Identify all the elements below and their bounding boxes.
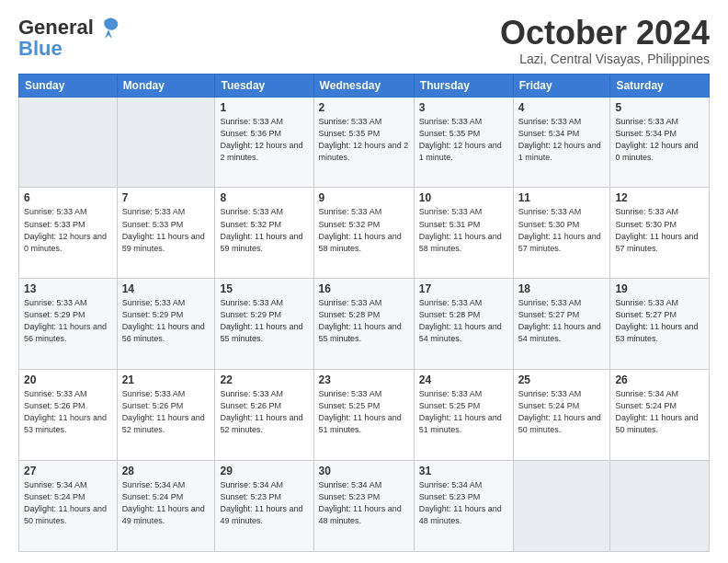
day-cell: 18Sunrise: 5:33 AMSunset: 5:27 PMDayligh…	[513, 279, 610, 370]
day-detail: Sunrise: 5:33 AMSunset: 5:36 PMDaylight:…	[220, 116, 308, 164]
day-number: 30	[319, 465, 409, 477]
day-number: 26	[615, 373, 704, 386]
col-tuesday: Tuesday	[215, 74, 313, 97]
day-detail: Sunrise: 5:34 AMSunset: 5:24 PMDaylight:…	[122, 479, 210, 527]
day-cell: 9Sunrise: 5:33 AMSunset: 5:32 PMDaylight…	[313, 188, 414, 279]
location: Lazi, Central Visayas, Philippines	[500, 52, 710, 66]
day-cell: 30Sunrise: 5:34 AMSunset: 5:23 PMDayligh…	[313, 461, 414, 552]
day-number: 20	[24, 373, 112, 386]
day-cell	[19, 97, 118, 188]
day-detail: Sunrise: 5:33 AMSunset: 5:29 PMDaylight:…	[220, 297, 308, 345]
day-detail: Sunrise: 5:33 AMSunset: 5:25 PMDaylight:…	[419, 388, 508, 436]
day-detail: Sunrise: 5:33 AMSunset: 5:30 PMDaylight:…	[518, 206, 606, 254]
col-wednesday: Wednesday	[313, 74, 414, 97]
day-cell: 17Sunrise: 5:33 AMSunset: 5:28 PMDayligh…	[414, 279, 513, 370]
day-cell: 20Sunrise: 5:33 AMSunset: 5:26 PMDayligh…	[19, 370, 118, 461]
day-detail: Sunrise: 5:33 AMSunset: 5:34 PMDaylight:…	[518, 116, 606, 164]
day-number: 17	[419, 282, 508, 295]
day-number: 27	[24, 465, 112, 477]
day-detail: Sunrise: 5:33 AMSunset: 5:29 PMDaylight:…	[24, 297, 112, 345]
day-number: 22	[220, 373, 308, 386]
day-detail: Sunrise: 5:33 AMSunset: 5:35 PMDaylight:…	[319, 116, 409, 164]
day-cell	[610, 461, 710, 552]
day-detail: Sunrise: 5:33 AMSunset: 5:29 PMDaylight:…	[122, 297, 210, 345]
day-number: 3	[419, 101, 508, 114]
week-row-2: 6Sunrise: 5:33 AMSunset: 5:33 PMDaylight…	[19, 188, 710, 279]
day-number: 1	[220, 101, 308, 114]
day-cell: 19Sunrise: 5:33 AMSunset: 5:27 PMDayligh…	[610, 279, 710, 370]
day-number: 16	[319, 282, 409, 295]
day-number: 25	[518, 373, 606, 386]
day-number: 13	[24, 282, 112, 295]
day-number: 19	[615, 282, 704, 295]
day-cell: 21Sunrise: 5:33 AMSunset: 5:26 PMDayligh…	[117, 370, 215, 461]
day-number: 24	[419, 373, 508, 386]
day-detail: Sunrise: 5:33 AMSunset: 5:27 PMDaylight:…	[518, 297, 606, 345]
page: General Blue October 2024 Lazi, Central …	[0, 0, 728, 563]
day-cell: 22Sunrise: 5:33 AMSunset: 5:26 PMDayligh…	[215, 370, 313, 461]
day-cell: 26Sunrise: 5:34 AMSunset: 5:24 PMDayligh…	[610, 370, 710, 461]
day-detail: Sunrise: 5:33 AMSunset: 5:32 PMDaylight:…	[319, 206, 409, 254]
day-detail: Sunrise: 5:33 AMSunset: 5:32 PMDaylight:…	[220, 206, 308, 254]
header: General Blue October 2024 Lazi, Central …	[18, 15, 710, 66]
day-cell: 15Sunrise: 5:33 AMSunset: 5:29 PMDayligh…	[215, 279, 313, 370]
day-number: 10	[419, 191, 508, 204]
day-number: 14	[122, 282, 210, 295]
day-number: 12	[615, 191, 704, 204]
day-cell: 23Sunrise: 5:33 AMSunset: 5:25 PMDayligh…	[313, 370, 414, 461]
col-friday: Friday	[513, 74, 610, 97]
day-detail: Sunrise: 5:33 AMSunset: 5:33 PMDaylight:…	[122, 206, 210, 254]
day-cell	[513, 461, 610, 552]
day-cell: 13Sunrise: 5:33 AMSunset: 5:29 PMDayligh…	[19, 279, 118, 370]
day-number: 5	[615, 101, 704, 114]
day-cell: 2Sunrise: 5:33 AMSunset: 5:35 PMDaylight…	[313, 97, 414, 188]
day-detail: Sunrise: 5:33 AMSunset: 5:31 PMDaylight:…	[419, 206, 508, 254]
day-detail: Sunrise: 5:33 AMSunset: 5:28 PMDaylight:…	[419, 297, 508, 345]
day-cell: 31Sunrise: 5:34 AMSunset: 5:23 PMDayligh…	[414, 461, 513, 552]
day-cell: 16Sunrise: 5:33 AMSunset: 5:28 PMDayligh…	[313, 279, 414, 370]
title-section: October 2024 Lazi, Central Visayas, Phil…	[500, 15, 710, 66]
day-cell: 1Sunrise: 5:33 AMSunset: 5:36 PMDaylight…	[215, 97, 313, 188]
day-number: 7	[122, 191, 210, 204]
day-detail: Sunrise: 5:34 AMSunset: 5:23 PMDaylight:…	[220, 479, 308, 527]
day-number: 9	[319, 191, 409, 204]
day-detail: Sunrise: 5:33 AMSunset: 5:26 PMDaylight:…	[24, 388, 112, 436]
day-detail: Sunrise: 5:33 AMSunset: 5:35 PMDaylight:…	[419, 116, 508, 164]
day-cell	[117, 97, 215, 188]
header-row: SundayMondayTuesdayWednesdayThursdayFrid…	[19, 74, 710, 97]
calendar-table: SundayMondayTuesdayWednesdayThursdayFrid…	[18, 74, 710, 552]
day-cell: 11Sunrise: 5:33 AMSunset: 5:30 PMDayligh…	[513, 188, 610, 279]
day-detail: Sunrise: 5:33 AMSunset: 5:26 PMDaylight:…	[122, 388, 210, 436]
day-detail: Sunrise: 5:33 AMSunset: 5:24 PMDaylight:…	[518, 388, 606, 436]
day-cell: 7Sunrise: 5:33 AMSunset: 5:33 PMDaylight…	[117, 188, 215, 279]
day-detail: Sunrise: 5:33 AMSunset: 5:27 PMDaylight:…	[615, 297, 704, 345]
day-number: 23	[319, 373, 409, 386]
day-detail: Sunrise: 5:33 AMSunset: 5:34 PMDaylight:…	[615, 116, 704, 164]
day-cell: 10Sunrise: 5:33 AMSunset: 5:31 PMDayligh…	[414, 188, 513, 279]
day-cell: 25Sunrise: 5:33 AMSunset: 5:24 PMDayligh…	[513, 370, 610, 461]
week-row-3: 13Sunrise: 5:33 AMSunset: 5:29 PMDayligh…	[19, 279, 710, 370]
week-row-5: 27Sunrise: 5:34 AMSunset: 5:24 PMDayligh…	[19, 461, 710, 552]
month-title: October 2024	[500, 15, 710, 52]
col-thursday: Thursday	[414, 74, 513, 97]
day-detail: Sunrise: 5:33 AMSunset: 5:25 PMDaylight:…	[319, 388, 409, 436]
day-cell: 3Sunrise: 5:33 AMSunset: 5:35 PMDaylight…	[414, 97, 513, 188]
day-cell: 4Sunrise: 5:33 AMSunset: 5:34 PMDaylight…	[513, 97, 610, 188]
day-number: 15	[220, 282, 308, 295]
day-cell: 5Sunrise: 5:33 AMSunset: 5:34 PMDaylight…	[610, 97, 710, 188]
day-detail: Sunrise: 5:34 AMSunset: 5:24 PMDaylight:…	[615, 388, 704, 436]
day-detail: Sunrise: 5:34 AMSunset: 5:23 PMDaylight:…	[319, 479, 409, 527]
day-number: 28	[122, 465, 210, 477]
logo-blue: Blue	[18, 37, 63, 61]
day-number: 31	[419, 465, 508, 477]
day-cell: 6Sunrise: 5:33 AMSunset: 5:33 PMDaylight…	[19, 188, 118, 279]
day-number: 8	[220, 191, 308, 204]
day-cell: 29Sunrise: 5:34 AMSunset: 5:23 PMDayligh…	[215, 461, 313, 552]
day-cell: 14Sunrise: 5:33 AMSunset: 5:29 PMDayligh…	[117, 279, 215, 370]
week-row-4: 20Sunrise: 5:33 AMSunset: 5:26 PMDayligh…	[19, 370, 710, 461]
day-detail: Sunrise: 5:33 AMSunset: 5:33 PMDaylight:…	[24, 206, 112, 254]
day-number: 29	[220, 465, 308, 477]
col-sunday: Sunday	[19, 74, 118, 97]
day-number: 18	[518, 282, 606, 295]
day-detail: Sunrise: 5:33 AMSunset: 5:30 PMDaylight:…	[615, 206, 704, 254]
